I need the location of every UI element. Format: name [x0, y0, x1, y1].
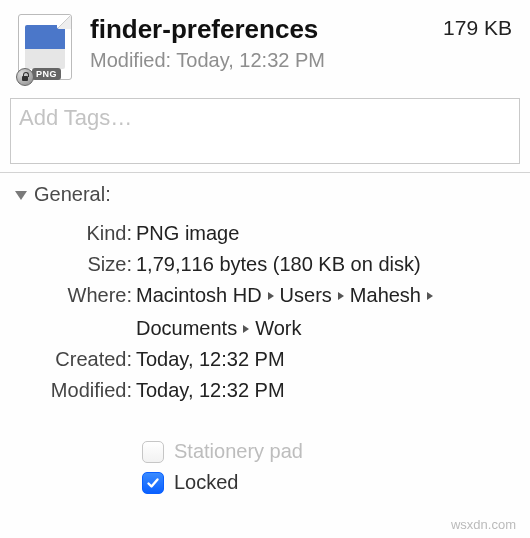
stationery-checkbox[interactable]: Stationery pad — [14, 440, 516, 463]
row-created: Created: Today, 12:32 PM — [14, 344, 516, 375]
tags-input[interactable]: Add Tags… — [10, 98, 520, 164]
file-type-badge: PNG — [32, 68, 61, 80]
chevron-down-icon — [14, 189, 28, 201]
where-label: Where: — [18, 280, 136, 311]
svg-marker-2 — [338, 292, 344, 300]
info-header: PNG finder-preferences Modified: Today, … — [0, 0, 530, 92]
file-modified-summary: Modified: Today, 12:32 PM — [90, 49, 443, 72]
locked-checkbox[interactable]: Locked — [14, 471, 516, 494]
section-title: General: — [34, 183, 111, 206]
row-kind: Kind: PNG image — [14, 218, 516, 249]
lock-icon — [16, 68, 34, 86]
modified-value: Today, 12:32 PM — [136, 375, 516, 406]
general-disclosure[interactable]: General: — [14, 183, 516, 206]
row-modified: Modified: Today, 12:32 PM — [14, 375, 516, 406]
path-segment: Mahesh — [350, 280, 421, 311]
locked-label: Locked — [174, 471, 239, 494]
tags-placeholder: Add Tags… — [19, 105, 132, 130]
kind-value: PNG image — [136, 218, 516, 249]
svg-marker-1 — [268, 292, 274, 300]
kind-label: Kind: — [18, 218, 136, 249]
path-separator-icon — [425, 291, 435, 301]
path-segment: Users — [280, 280, 332, 311]
row-where: Where: Macintosh HDUsersMaheshDocumentsW… — [14, 280, 516, 344]
stationery-label: Stationery pad — [174, 440, 303, 463]
path-separator-icon — [241, 324, 251, 334]
path-segment: Work — [255, 313, 301, 344]
checkbox-checked-icon — [142, 472, 164, 494]
created-label: Created: — [18, 344, 136, 375]
modified-label: Modified: — [18, 375, 136, 406]
file-icon: PNG — [18, 14, 78, 84]
row-size: Size: 1,79,116 bytes (180 KB on disk) — [14, 249, 516, 280]
file-size-summary: 179 KB — [443, 14, 512, 40]
file-title: finder-preferences — [90, 14, 443, 45]
path-segment: Documents — [136, 313, 237, 344]
where-value: Macintosh HDUsersMaheshDocumentsWork — [136, 280, 516, 344]
created-value: Today, 12:32 PM — [136, 344, 516, 375]
size-label: Size: — [18, 249, 136, 280]
svg-marker-0 — [15, 191, 27, 200]
general-section: General: Kind: PNG image Size: 1,79,116 … — [0, 173, 530, 494]
path-segment: Macintosh HD — [136, 280, 262, 311]
watermark: wsxdn.com — [451, 517, 516, 532]
svg-marker-3 — [427, 292, 433, 300]
path-separator-icon — [336, 291, 346, 301]
svg-marker-4 — [243, 325, 249, 333]
path-separator-icon — [266, 291, 276, 301]
size-value: 1,79,116 bytes (180 KB on disk) — [136, 249, 516, 280]
checkbox-icon — [142, 441, 164, 463]
